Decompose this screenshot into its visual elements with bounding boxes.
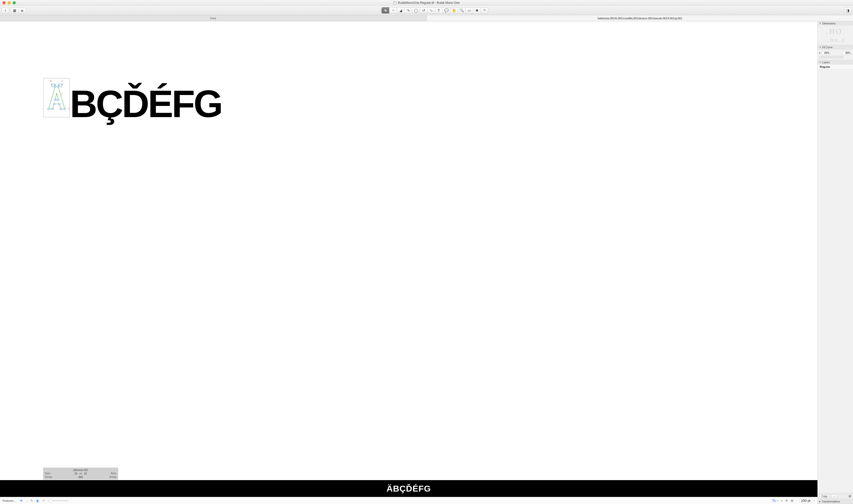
panel-dimensions-title: Dimensions <box>822 22 835 25</box>
svg-rect-14 <box>58 84 60 85</box>
eye-icon[interactable]: 👁 <box>19 499 23 503</box>
disclosure-right-icon: ▶ <box>819 501 821 503</box>
layer-copy-button[interactable]: Copy <box>819 494 830 498</box>
svg-rect-13 <box>54 84 56 85</box>
glyph-name-label: adieresis.001 <box>45 469 116 471</box>
kern-left-label: Kern <box>45 472 50 475</box>
scale-tool[interactable]: ⤡ <box>427 7 435 14</box>
fit-tension-steps[interactable] <box>819 56 852 58</box>
disclosure-right-icon[interactable]: ▶ <box>819 52 821 54</box>
svg-rect-4 <box>60 108 61 110</box>
edit-canvas[interactable]: 1 2 3 4 BÇĎÉFG adieresis.001 <box>0 21 817 480</box>
following-glyphs: BÇĎÉFG <box>70 85 221 123</box>
select-tool[interactable]: ⬉ <box>382 7 389 14</box>
panel-transformations-header[interactable]: ▶ Transformations <box>818 500 853 504</box>
pen-tool[interactable]: 𝄐 <box>389 7 397 14</box>
toolbar: i ▦ ≣ ⬉ 𝄐 ◢ ✎ ◯ ↺ ⤡ T 💬 ✋ 🔍 ▭ ✱ Tr ◨ <box>0 5 853 15</box>
shape-tool[interactable]: ◯ <box>412 7 420 14</box>
toggle-sidebar-button[interactable]: ◨ <box>844 7 852 14</box>
align-left-icon[interactable]: ≡ <box>781 499 782 502</box>
grid-view-button[interactable]: ▦ <box>11 7 18 14</box>
point-label-2: 2 <box>61 92 63 95</box>
gear-icon[interactable]: ⚙ <box>849 494 852 498</box>
layer-row-regular[interactable]: Regular <box>818 65 853 69</box>
align-center-icon[interactable]: ≣ <box>785 499 788 502</box>
size-slider[interactable] <box>48 500 68 501</box>
selected-glyph-box[interactable]: 1 2 3 4 <box>43 78 70 118</box>
knife-tool[interactable]: ✎ <box>404 7 412 14</box>
advance-width-value[interactable]: 850 <box>78 476 83 479</box>
zoom-in-button[interactable]: + <box>813 499 815 502</box>
text-tool[interactable]: T <box>435 7 442 14</box>
magnifier-icon: 🔍 <box>459 8 464 13</box>
instance-dash[interactable]: - <box>26 499 28 502</box>
circle-icon: ◯ <box>414 8 418 13</box>
panel-transformations-title: Transformations <box>822 500 840 503</box>
disclosure-down-icon: ▼ <box>819 61 821 64</box>
glyph-display-rest: BÇĎÉFG <box>70 85 221 123</box>
tt-icon: Tr <box>483 9 486 12</box>
zoom-tool[interactable]: 🔍 <box>458 7 465 14</box>
zoom-input[interactable] <box>800 498 812 503</box>
point-label-3: 3 <box>61 79 63 83</box>
panel-fit-title: Fit Curve <box>822 46 833 49</box>
glyph-row: 1 2 3 4 BÇĎÉFG <box>43 72 221 123</box>
kern-right-label: Kern <box>111 472 116 475</box>
glyph-info-box: adieresis.001 Kern 25 ∙H∙ 19 Kern <box>43 468 118 480</box>
panel-layers-title: Layers <box>822 61 830 64</box>
sidebar-icon: ◨ <box>846 8 850 13</box>
tab-glyph[interactable]: /adieresis.001/b.001/ccedilla.001/dcaron… <box>427 15 853 21</box>
lsb-value[interactable]: 25 <box>74 472 77 475</box>
group-right-label: Group <box>109 475 116 479</box>
grid-icon: ▦ <box>13 8 16 13</box>
annotation-tool[interactable]: 💬 <box>442 7 450 14</box>
svg-rect-9 <box>58 103 60 105</box>
fit-max-input[interactable] <box>843 51 852 55</box>
contrast-icon[interactable]: ◐ <box>36 499 40 503</box>
info-button[interactable]: i <box>1 7 9 14</box>
truetype-tool[interactable]: Tr <box>480 7 488 14</box>
svg-rect-2 <box>48 108 49 110</box>
speech-icon: 💬 <box>444 8 449 13</box>
group-left-label: Group <box>45 475 52 479</box>
list-view-button[interactable]: ≣ <box>18 7 26 14</box>
svg-rect-10 <box>54 99 56 101</box>
sidebar: ▼ Dimensions H O n o t <box>817 21 853 504</box>
tool-palette: ⬉ 𝄐 ◢ ✎ ◯ ↺ ⤡ T 💬 ✋ 🔍 ▭ ✱ Tr <box>382 7 488 14</box>
glyph-outline[interactable]: 1 2 3 4 <box>47 84 67 111</box>
tab-font[interactable]: Font <box>0 15 427 21</box>
panel-fit-curve: ▼ Fit Curve ▶ <box>818 45 853 60</box>
stroke-tool[interactable]: ✱ <box>473 7 480 14</box>
rsb-value[interactable]: 19 <box>84 472 87 475</box>
disclosure-down-icon: ▼ <box>819 46 821 49</box>
titlebar: RubikMonoOne-Regular.ttf - Rubik Mono On… <box>0 0 853 5</box>
columns-icon[interactable]: ▥ <box>791 499 793 502</box>
tab-strip: Font /adieresis.001/b.001/ccedilla.001/d… <box>0 15 853 21</box>
scale-icon: ⤡ <box>430 8 433 13</box>
layer-remove-label: − <box>833 495 835 498</box>
text-direction-icon[interactable]: To↔ <box>774 499 778 503</box>
tab-font-label: Font <box>210 17 216 20</box>
f-button[interactable]: F <box>43 499 45 502</box>
erase-tool[interactable]: ◢ <box>397 7 404 14</box>
features-dropdown[interactable]: Features ⌄ <box>2 499 16 502</box>
panel-layers-header[interactable]: ▼ Layers <box>818 60 853 65</box>
dim-cap-2: O <box>836 27 841 36</box>
svg-rect-11 <box>57 99 59 101</box>
disclosure-down-icon: ▼ <box>819 22 821 25</box>
stepper-icon[interactable]: ⇅ <box>31 499 33 502</box>
eraser-icon: ◢ <box>399 8 402 13</box>
layer-remove-button[interactable]: − <box>831 494 837 498</box>
zoom-out-button[interactable]: − <box>796 499 798 502</box>
point-label-1: 1 <box>68 107 70 110</box>
list-icon: ≣ <box>21 8 24 13</box>
panel-fit-header[interactable]: ▼ Fit Curve <box>818 45 853 50</box>
panel-dimensions-header[interactable]: ▼ Dimensions <box>818 21 853 26</box>
sidebearing-icon: ∙H∙ <box>79 472 82 475</box>
rotate-tool[interactable]: ↺ <box>420 7 427 14</box>
measure-tool[interactable]: ▭ <box>465 7 473 14</box>
knife-icon: ✎ <box>407 8 410 13</box>
hand-tool[interactable]: ✋ <box>450 7 458 14</box>
star-icon: ✱ <box>475 8 478 13</box>
fit-min-input[interactable] <box>822 51 830 55</box>
